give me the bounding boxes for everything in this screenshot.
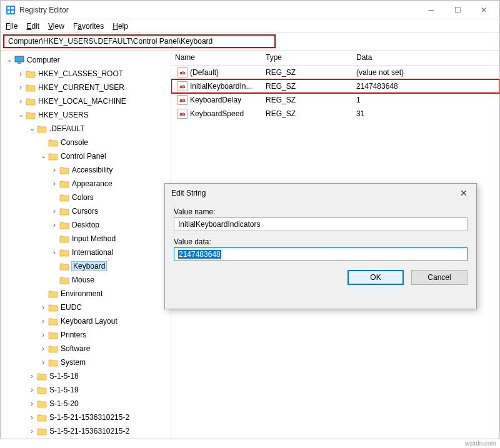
minimize-button[interactable]: ─ (418, 1, 444, 19)
expand-chevron-icon[interactable] (39, 152, 47, 161)
folder-icon (37, 399, 47, 409)
tree-item-label: Console (61, 138, 88, 147)
expand-chevron-icon[interactable] (28, 386, 36, 394)
menu-favorites[interactable]: Favorites (73, 22, 104, 31)
tree-item[interactable]: .DEFAULT (1, 122, 171, 136)
list-row[interactable]: (Default)REG_SZ(value not set) (171, 66, 499, 79)
expand-chevron-icon[interactable] (51, 248, 58, 257)
tree-item-label: Software (61, 344, 90, 353)
expand-chevron-icon[interactable] (6, 56, 13, 64)
tree-item[interactable]: Cursors (1, 204, 171, 218)
expand-chevron-icon[interactable] (28, 413, 36, 422)
col-type[interactable]: Type (262, 51, 352, 65)
tree-item[interactable]: HKEY_CURRENT_USER (1, 81, 171, 94)
address-bar[interactable]: Computer\HKEY_USERS\.DEFAULT\Control Pan… (3, 34, 276, 48)
folder-icon (48, 316, 58, 326)
tree-item[interactable]: System (1, 356, 171, 369)
cell-type: REG_SZ (262, 79, 352, 93)
tree-item[interactable]: Appearance (1, 177, 171, 191)
tree-item[interactable]: S-1-5-21-1536310215-2 (1, 424, 171, 438)
ok-button[interactable]: OK (348, 270, 404, 285)
tree-item[interactable]: Console (1, 136, 171, 149)
tree-item[interactable]: S-1-5-19 (1, 383, 171, 397)
expand-chevron-icon[interactable] (17, 83, 24, 92)
cell-type: REG_SZ (262, 107, 352, 121)
tree-item[interactable]: S-1-5-18 (1, 369, 171, 383)
folder-icon (59, 234, 69, 244)
list-row[interactable]: KeyboardSpeedREG_SZ31 (171, 107, 499, 121)
menu-help[interactable]: Help (112, 22, 128, 31)
dialog-close-button[interactable]: ✕ (458, 188, 470, 198)
list-row[interactable]: KeyboardDelayREG_SZ1 (171, 93, 499, 107)
close-button[interactable]: ✕ (471, 1, 497, 19)
col-data[interactable]: Data (352, 51, 499, 65)
maximize-button[interactable]: ☐ (444, 1, 471, 19)
folder-icon (37, 124, 47, 134)
list-row[interactable]: InitialKeyboardIn...REG_SZ2147483648 (171, 79, 499, 93)
expand-chevron-icon[interactable] (39, 331, 47, 339)
expand-chevron-icon[interactable] (28, 372, 36, 381)
cell-name: KeyboardSpeed (171, 106, 262, 121)
folder-icon (48, 330, 58, 340)
tree-item[interactable]: S-1-5-20 (1, 397, 171, 411)
menu-file[interactable]: FFileile (6, 22, 18, 31)
tree-item[interactable]: Colors (1, 191, 171, 204)
expand-chevron-icon[interactable] (17, 97, 24, 106)
expand-chevron-icon[interactable] (39, 358, 47, 367)
folder-icon (59, 192, 69, 202)
tree-item[interactable]: Computer (1, 53, 171, 67)
tree-item-label: HKEY_LOCAL_MACHINE (38, 97, 126, 106)
tree-item-label: Colors (72, 193, 94, 202)
svg-rect-5 (15, 56, 24, 62)
expand-chevron-icon[interactable] (17, 111, 24, 119)
tree-item[interactable]: Environment (1, 287, 171, 301)
folder-icon (48, 137, 58, 147)
folder-icon (37, 371, 47, 381)
expand-chevron-icon[interactable] (28, 399, 36, 408)
expand-chevron-icon[interactable] (39, 344, 47, 353)
dialog-titlebar[interactable]: Edit String ✕ (165, 184, 476, 202)
tree-item[interactable]: Control Panel (1, 149, 171, 163)
tree-item-label: S-1-5-18 (49, 372, 79, 381)
expand-chevron-icon[interactable] (39, 303, 47, 312)
tree-item[interactable]: Desktop (1, 218, 171, 232)
cell-data: 31 (352, 107, 499, 121)
expand-chevron-icon[interactable] (39, 317, 47, 326)
tree-item[interactable]: HKEY_CLASSES_ROOT (1, 67, 171, 81)
cell-data: 2147483648 (352, 79, 499, 93)
expand-chevron-icon[interactable] (28, 427, 36, 436)
menu-view[interactable]: View (48, 22, 64, 31)
tree-item-label: EUDC (61, 303, 82, 312)
expand-chevron-icon[interactable] (28, 125, 36, 133)
folder-icon (59, 247, 69, 257)
svg-rect-3 (8, 11, 10, 13)
tree-item[interactable]: Accessibility (1, 163, 171, 177)
tree-item-label: Environment (61, 289, 102, 298)
value-data-field[interactable]: 2147483648 (174, 247, 468, 261)
tree-item[interactable]: Software (1, 342, 171, 356)
expand-chevron-icon[interactable] (17, 69, 24, 78)
cancel-button[interactable]: Cancel (411, 270, 468, 285)
expand-chevron-icon[interactable] (51, 221, 58, 229)
tree-item[interactable]: EUDC (1, 301, 171, 314)
tree-item[interactable]: S-1-5-21-1536310215-2 (1, 411, 171, 424)
tree-item[interactable]: International (1, 246, 171, 259)
titlebar[interactable]: Registry Editor ─ ☐ ✕ (1, 1, 499, 19)
tree-item[interactable]: Printers (1, 328, 171, 342)
tree-item[interactable]: Keyboard (1, 259, 171, 273)
registry-tree[interactable]: ComputerHKEY_CLASSES_ROOTHKEY_CURRENT_US… (1, 51, 171, 439)
expand-chevron-icon[interactable] (51, 207, 58, 216)
tree-item[interactable]: Keyboard Layout (1, 314, 171, 328)
expand-chevron-icon[interactable] (51, 166, 58, 174)
expand-chevron-icon[interactable] (51, 179, 58, 188)
menu-edit[interactable]: Edit (26, 22, 39, 31)
tree-item[interactable]: Input Method (1, 232, 171, 246)
tree-item-label: Keyboard Layout (61, 317, 118, 326)
tree-item[interactable]: HKEY_USERS (1, 108, 171, 122)
value-data-text: 2147483648 (178, 250, 221, 259)
col-name[interactable]: Name (171, 51, 262, 65)
value-name-field[interactable]: InitialKeyboardIndicators (174, 217, 468, 231)
tree-item[interactable]: Mouse (1, 273, 171, 287)
cell-data: (value not set) (352, 66, 499, 79)
tree-item[interactable]: HKEY_LOCAL_MACHINE (1, 94, 171, 108)
